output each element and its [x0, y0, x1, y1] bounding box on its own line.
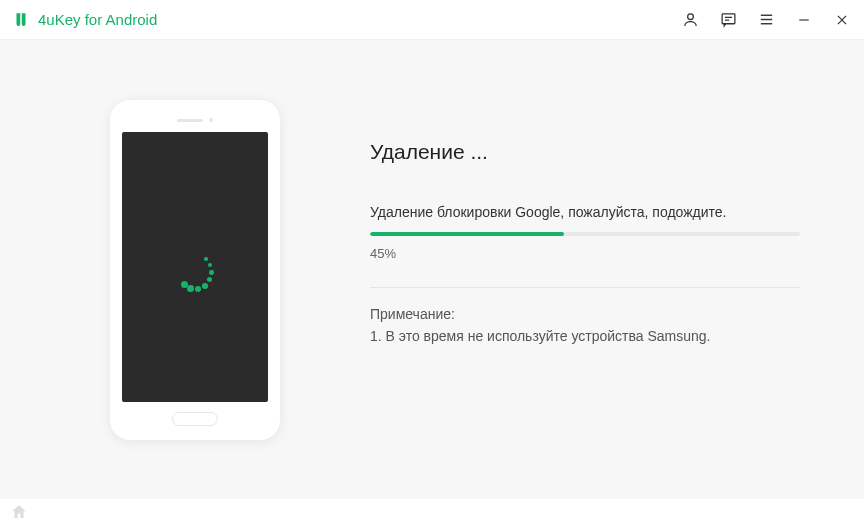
svg-point-0 — [687, 14, 693, 20]
loading-spinner-icon — [175, 247, 215, 287]
title-left: 4uKey for Android — [12, 11, 157, 29]
footer — [0, 499, 864, 529]
feedback-icon[interactable] — [718, 10, 738, 30]
phone-home-button — [172, 412, 218, 426]
progress-panel: Удаление ... Удаление блокировки Google,… — [280, 100, 804, 344]
home-icon[interactable] — [10, 503, 28, 525]
main-content: Удаление ... Удаление блокировки Google,… — [0, 40, 864, 499]
divider — [370, 287, 800, 288]
progress-fill — [370, 232, 564, 236]
progress-bar — [370, 232, 800, 236]
phone-mockup — [110, 100, 280, 440]
phone-screen — [122, 132, 268, 402]
close-button[interactable] — [832, 10, 852, 30]
note-line-1: 1. В это время не используйте устройства… — [370, 328, 804, 344]
note-label: Примечание: — [370, 306, 804, 322]
titlebar: 4uKey for Android — [0, 0, 864, 40]
phone-top — [177, 118, 213, 122]
app-title: 4uKey for Android — [38, 11, 157, 28]
svg-rect-1 — [722, 14, 735, 24]
progress-percent: 45% — [370, 246, 804, 261]
phone-speaker — [177, 119, 203, 122]
account-icon[interactable] — [680, 10, 700, 30]
title-right — [680, 10, 852, 30]
minimize-button[interactable] — [794, 10, 814, 30]
menu-icon[interactable] — [756, 10, 776, 30]
progress-heading: Удаление ... — [370, 140, 804, 164]
phone-camera — [209, 118, 213, 122]
progress-subheading: Удаление блокировки Google, пожалуйста, … — [370, 204, 804, 220]
app-logo-icon — [12, 11, 30, 29]
